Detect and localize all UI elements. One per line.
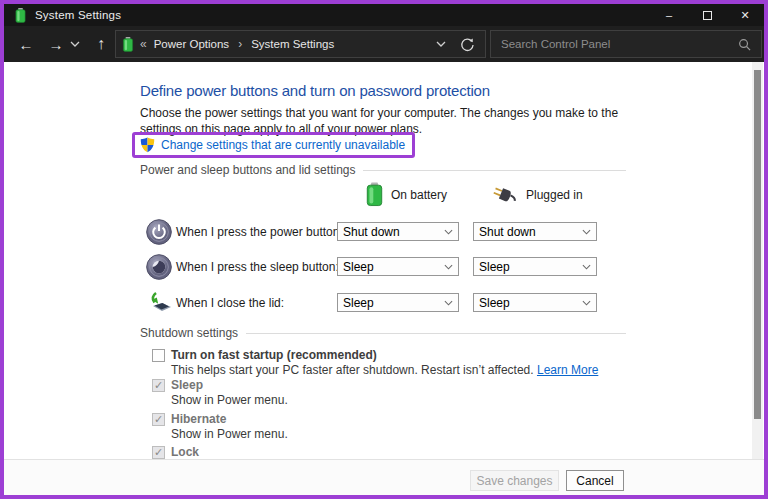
- address-dropdown-icon[interactable]: [436, 41, 446, 47]
- page-title: Define power buttons and turn on passwor…: [140, 82, 490, 99]
- search-icon[interactable]: [738, 38, 751, 51]
- plugged-in-column-header: Plugged in: [492, 186, 583, 204]
- power-button-icon: [146, 219, 172, 245]
- power-section-label: Power and sleep buttons and lid settings: [140, 163, 355, 177]
- hibernate-description: Show in Power menu.: [171, 427, 288, 441]
- shutdown-section-label: Shutdown settings: [140, 326, 238, 340]
- lock-label: Lock: [171, 445, 199, 459]
- back-icon: ←: [19, 36, 34, 53]
- fast-startup-label: Turn on fast startup (recommended): [171, 348, 377, 362]
- battery-icon: [366, 182, 383, 207]
- up-button[interactable]: ↑: [88, 26, 114, 62]
- hibernate-label: Hibernate: [171, 412, 226, 426]
- maximize-button[interactable]: [688, 4, 726, 26]
- chevron-down-icon: [70, 41, 80, 47]
- fast-startup-checkbox[interactable]: [152, 349, 165, 362]
- title-bar: System Settings – ✕: [4, 4, 764, 26]
- on-battery-column-header: On battery: [366, 182, 447, 207]
- scrollbar-thumb[interactable]: [754, 70, 761, 419]
- power-button-row-label: When I press the power button:: [176, 225, 343, 239]
- vertical-scrollbar[interactable]: [752, 62, 763, 459]
- back-button[interactable]: ←: [12, 26, 40, 62]
- address-bar[interactable]: « Power Options › System Settings: [115, 30, 486, 58]
- lid-close-plugged-in-select[interactable]: Sleep: [473, 293, 597, 312]
- sleep-button-row-label: When I press the sleep button:: [176, 260, 339, 274]
- uac-shield-icon: [140, 137, 155, 153]
- recent-pages-button[interactable]: [66, 26, 84, 62]
- chevron-down-icon: [582, 229, 591, 235]
- window-title: System Settings: [35, 9, 121, 21]
- save-changes-button[interactable]: Save changes: [470, 470, 559, 491]
- chevron-down-icon: [582, 300, 591, 306]
- maximize-icon: [703, 11, 712, 20]
- chevron-down-icon: [444, 300, 453, 306]
- breadcrumb-overflow-icon[interactable]: «: [140, 37, 147, 51]
- power-button-on-battery-select[interactable]: Shut down: [337, 222, 459, 241]
- learn-more-link[interactable]: Learn More: [537, 363, 598, 377]
- main-content: Define power buttons and turn on passwor…: [4, 62, 764, 459]
- search-input[interactable]: Search Control Panel: [490, 30, 762, 58]
- breadcrumb-separator-icon[interactable]: ›: [238, 37, 242, 51]
- lid-close-row-label: When I close the lid:: [176, 296, 284, 310]
- breadcrumb-power-options[interactable]: Power Options: [154, 38, 229, 50]
- system-settings-window: System Settings – ✕ ← → ↑ « P: [4, 4, 764, 495]
- change-settings-link[interactable]: Change settings that are currently unava…: [161, 138, 405, 152]
- sleep-button-icon: [146, 254, 172, 280]
- battery-app-icon: [14, 8, 27, 23]
- minimize-button[interactable]: –: [650, 4, 688, 26]
- refresh-icon[interactable]: [460, 37, 475, 52]
- lock-checkbox[interactable]: ✓: [152, 446, 165, 459]
- annotation-highlight-box: Change settings that are currently unava…: [132, 132, 415, 158]
- fast-startup-description: This helps start your PC faster after sh…: [171, 363, 598, 377]
- cancel-button[interactable]: Cancel: [566, 470, 624, 491]
- navigation-bar: ← → ↑ « Power Options › System Settings: [4, 26, 764, 62]
- window-controls: – ✕: [650, 4, 764, 26]
- divider: [363, 170, 626, 171]
- footer-bar: Save changes Cancel: [4, 459, 764, 495]
- sleep-label: Sleep: [171, 378, 203, 392]
- plug-icon: [492, 186, 518, 204]
- sleep-description: Show in Power menu.: [171, 393, 288, 407]
- forward-icon: →: [49, 36, 64, 53]
- lid-close-on-battery-select[interactable]: Sleep: [337, 293, 459, 312]
- breadcrumb-system-settings[interactable]: System Settings: [251, 38, 334, 50]
- divider: [246, 333, 626, 334]
- power-section-header: Power and sleep buttons and lid settings: [140, 163, 626, 177]
- chevron-down-icon: [444, 264, 453, 270]
- lid-close-icon: [146, 290, 172, 316]
- hibernate-checkbox[interactable]: ✓: [152, 413, 165, 426]
- search-placeholder: Search Control Panel: [501, 38, 610, 50]
- up-icon: ↑: [97, 35, 105, 53]
- battery-location-icon: [122, 37, 134, 52]
- sleep-button-plugged-in-select[interactable]: Sleep: [473, 257, 597, 276]
- sleep-button-on-battery-select[interactable]: Sleep: [337, 257, 459, 276]
- shutdown-section-header: Shutdown settings: [140, 326, 626, 340]
- chevron-down-icon: [444, 229, 453, 235]
- sleep-checkbox[interactable]: ✓: [152, 379, 165, 392]
- close-button[interactable]: ✕: [726, 4, 764, 26]
- annotated-screenshot-frame: System Settings – ✕ ← → ↑ « P: [0, 0, 768, 499]
- chevron-down-icon: [582, 264, 591, 270]
- power-button-plugged-in-select[interactable]: Shut down: [473, 222, 597, 241]
